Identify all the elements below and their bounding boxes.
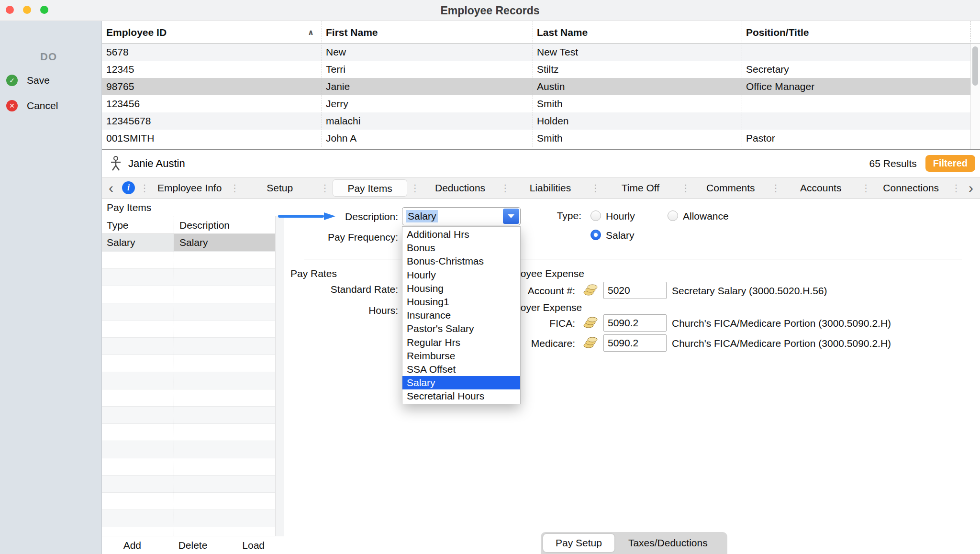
- description-combobox[interactable]: Salary: [402, 207, 521, 225]
- dropdown-option[interactable]: Bonus: [402, 241, 520, 255]
- info-icon[interactable]: i: [122, 181, 135, 194]
- pay-frequency-label: Pay Frequency:: [284, 229, 398, 245]
- filtered-badge[interactable]: Filtered: [925, 155, 975, 172]
- save-button[interactable]: ✓ Save: [6, 75, 50, 86]
- tab-label[interactable]: Time Off: [603, 179, 678, 197]
- type-label: Type:: [519, 208, 581, 224]
- account-number-input[interactable]: 5020: [603, 282, 667, 299]
- sidebar-header: DO: [40, 51, 57, 63]
- tab-item[interactable]: Deductions ⋮: [421, 179, 511, 197]
- annotation-arrow: [278, 212, 335, 220]
- column-header-label: Position/Title: [746, 27, 809, 38]
- medicare-account-input[interactable]: 5090.2: [603, 334, 667, 352]
- dropdown-option[interactable]: Secretarial Hours: [402, 389, 520, 403]
- load-button[interactable]: Load: [223, 540, 284, 551]
- sort-ascending-icon: ∧: [308, 21, 314, 43]
- table-row[interactable]: 12345 Terri Stiltz Secretary: [102, 61, 970, 78]
- cell-pay-description: Salary: [174, 234, 275, 251]
- tab-item[interactable]: Time Off ⋮: [601, 179, 691, 197]
- employee-table-header: Employee ID ∧ First Name Last Name Posit…: [102, 21, 980, 44]
- tab-label[interactable]: Comments: [693, 179, 768, 197]
- dropdown-option[interactable]: Housing: [402, 282, 520, 295]
- account-lookup-icon[interactable]: [583, 316, 598, 329]
- window-title: Employee Records: [0, 0, 980, 21]
- dropdown-option[interactable]: Reimburse: [402, 349, 520, 363]
- fica-account-input[interactable]: 5090.2: [603, 314, 667, 332]
- table-row[interactable]: 98765 Janie Austin Office Manager: [102, 78, 970, 95]
- dropdown-option[interactable]: Hourly: [402, 268, 520, 282]
- account-lookup-icon[interactable]: [583, 284, 598, 296]
- column-divider: [742, 21, 742, 147]
- tab-separator-dots: ⋮: [770, 182, 781, 194]
- tab-label[interactable]: Employee Info: [152, 179, 227, 197]
- table-row[interactable]: 5678 New New Test: [102, 44, 970, 61]
- selected-record-name: Janie Austin: [128, 157, 185, 170]
- dropdown-option[interactable]: Insurance: [402, 309, 520, 322]
- hours-label: Hours:: [284, 302, 398, 319]
- radio-allowance[interactable]: [668, 211, 678, 221]
- cell-employee-id: 12345678: [102, 112, 322, 130]
- radio-salary[interactable]: [590, 230, 601, 240]
- pay-rates-heading: Pay Rates: [290, 266, 337, 282]
- dropdown-option[interactable]: Pastor's Salary: [402, 322, 520, 335]
- tab-separator-dots: ⋮: [860, 182, 872, 194]
- annotation-arrow-shaft: [278, 215, 324, 218]
- delete-button[interactable]: Delete: [163, 540, 223, 551]
- scrollbar-thumb[interactable]: [972, 46, 978, 86]
- radio-hourly[interactable]: [590, 211, 601, 221]
- fica-account-description: Church's FICA/Medicare Portion (3000.509…: [672, 315, 891, 332]
- tab-overflow-left-icon[interactable]: ‹: [102, 177, 120, 198]
- column-header-description[interactable]: Description: [174, 216, 275, 233]
- dropdown-option[interactable]: SSA Offset: [402, 363, 520, 376]
- tab-item[interactable]: Connections ⋮: [872, 179, 962, 197]
- table-row[interactable]: 123456 Jerry Smith: [102, 95, 970, 112]
- pay-items-scrollbar[interactable]: [275, 216, 284, 536]
- bottom-tab[interactable]: Pay Setup: [543, 534, 614, 552]
- radio-hourly-label[interactable]: Hourly: [606, 208, 635, 224]
- add-button[interactable]: Add: [102, 540, 163, 551]
- dropdown-button[interactable]: [503, 209, 519, 224]
- tab-label[interactable]: Connections: [874, 179, 948, 197]
- tab-item[interactable]: Pay Items ⋮: [331, 179, 421, 197]
- tab-item[interactable]: Setup ⋮: [240, 179, 330, 197]
- dropdown-option[interactable]: Housing1: [402, 295, 520, 309]
- column-header-first-name[interactable]: First Name: [322, 21, 533, 43]
- cell-position: [742, 95, 970, 112]
- dropdown-option[interactable]: Bonus-Christmas: [402, 255, 520, 268]
- tab-separator-dots: ⋮: [139, 182, 150, 194]
- column-header-position[interactable]: Position/Title: [742, 21, 980, 43]
- dropdown-option[interactable]: Regular Hrs: [402, 336, 520, 349]
- pay-items-empty-rows: [102, 251, 275, 536]
- table-scrollbar[interactable]: [970, 44, 980, 149]
- bottom-tab[interactable]: Taxes/Deductions: [616, 534, 720, 552]
- column-header-last-name[interactable]: Last Name: [533, 21, 742, 43]
- dropdown-option[interactable]: Salary: [402, 376, 520, 389]
- tab-label[interactable]: Setup: [242, 179, 317, 197]
- tab-item[interactable]: Employee Info ⋮: [150, 179, 240, 197]
- dropdown-option[interactable]: Additional Hrs: [402, 228, 520, 241]
- account-description: Secretary Salary (3000.5020.H.56): [672, 283, 827, 299]
- account-lookup-icon[interactable]: [583, 336, 598, 349]
- pay-item-row[interactable]: Salary Salary: [102, 234, 275, 251]
- tab-label[interactable]: Deductions: [423, 179, 497, 197]
- table-row[interactable]: 12345678 malachi Holden: [102, 112, 970, 130]
- tab-separator-dots: ⋮: [590, 182, 601, 194]
- tab-separator-dots: ⋮: [680, 182, 691, 194]
- tab-item[interactable]: Comments ⋮: [691, 179, 781, 197]
- radio-salary-label[interactable]: Salary: [606, 227, 635, 244]
- tab-item[interactable]: Liabilities ⋮: [511, 179, 601, 197]
- tab-overflow-right-icon[interactable]: ›: [962, 177, 980, 198]
- tab-item[interactable]: Accounts ⋮: [781, 179, 871, 197]
- tab-label[interactable]: Liabilities: [513, 179, 588, 197]
- column-header-label: First Name: [326, 27, 378, 38]
- tab-label[interactable]: Accounts: [783, 179, 858, 197]
- column-divider: [533, 21, 533, 147]
- column-header-employee-id[interactable]: Employee ID ∧: [102, 21, 322, 43]
- table-row[interactable]: 001SMITH John A Smith Pastor: [102, 130, 970, 147]
- tab-label[interactable]: Pay Items: [333, 179, 407, 197]
- cell-position: [742, 44, 970, 61]
- standard-rate-label: Standard Rate:: [284, 281, 398, 298]
- radio-allowance-label[interactable]: Allowance: [683, 208, 729, 224]
- cancel-button[interactable]: ✕ Cancel: [6, 100, 58, 111]
- column-header-type[interactable]: Type: [102, 216, 174, 233]
